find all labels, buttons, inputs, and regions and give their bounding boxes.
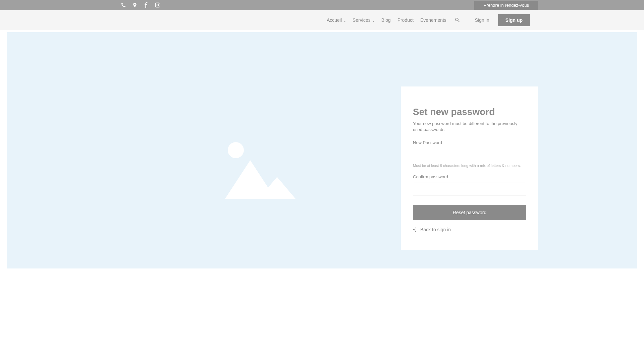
location-icon[interactable]: [132, 2, 138, 8]
hero-image-area: [7, 32, 401, 268]
nav-blog[interactable]: Blog: [380, 15, 392, 25]
facebook-icon[interactable]: [144, 2, 149, 8]
form-subtitle: Your new password must be different to t…: [413, 121, 526, 133]
chevron-down-icon: [372, 19, 375, 21]
main-content: Set new password Your new password must …: [0, 30, 644, 362]
search-icon[interactable]: [454, 17, 461, 23]
nav-item-label: Blog: [381, 17, 391, 23]
form-title: Set new password: [413, 107, 526, 117]
nav-item-label: Accueil: [327, 17, 342, 23]
signin-link[interactable]: Sign in: [475, 17, 489, 23]
top-bar: Prendre in rendez-vous: [0, 0, 644, 10]
chevron-down-icon: [343, 19, 346, 21]
confirm-password-label: Confirm password: [413, 174, 526, 179]
signup-button[interactable]: Sign up: [498, 14, 530, 26]
confirm-password-input[interactable]: [413, 182, 526, 195]
nav-accueil[interactable]: Accueil: [325, 15, 347, 25]
nav-product[interactable]: Product: [396, 15, 415, 25]
nav-services[interactable]: Services: [351, 15, 376, 25]
new-password-label: New Password: [413, 140, 526, 145]
placeholder-image: [7, 32, 401, 268]
svg-point-2: [159, 3, 159, 4]
password-reset-card: Set new password Your new password must …: [401, 86, 538, 250]
instagram-icon[interactable]: [155, 2, 160, 8]
appointment-button[interactable]: Prendre in rendez-vous: [474, 1, 538, 10]
hero-section: Set new password Your new password must …: [7, 32, 637, 268]
back-to-signin-link[interactable]: Back to sign in: [413, 227, 526, 232]
back-arrow-icon: [413, 227, 418, 232]
phone-icon[interactable]: [121, 2, 126, 8]
svg-point-3: [228, 142, 244, 158]
main-header: Accueil Services Blog Product Evenements…: [0, 10, 644, 30]
back-link-label: Back to sign in: [420, 227, 451, 232]
nav-evenements[interactable]: Evenements: [419, 15, 448, 25]
nav-items: Accueil Services Blog Product Evenements: [325, 15, 461, 25]
social-icons-group: [121, 2, 160, 8]
password-hint: Must be at least 8 characters long with …: [413, 163, 526, 168]
reset-password-button[interactable]: Reset password: [413, 205, 526, 220]
nav-item-label: Product: [397, 17, 414, 23]
nav-item-label: Evenements: [420, 17, 446, 23]
svg-point-1: [157, 4, 158, 6]
nav-item-label: Services: [353, 17, 371, 23]
new-password-input[interactable]: [413, 148, 526, 161]
